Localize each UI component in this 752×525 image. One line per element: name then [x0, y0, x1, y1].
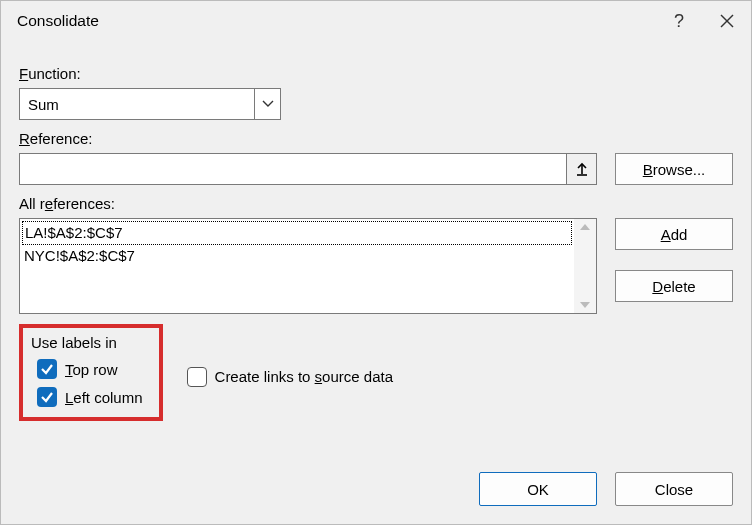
- function-select-value: Sum: [20, 96, 254, 113]
- close-button[interactable]: Close: [615, 472, 733, 506]
- consolidate-dialog: Consolidate ? Function: Sum Reference: B…: [0, 0, 752, 525]
- browse-button[interactable]: Browse...: [615, 153, 733, 185]
- reference-input[interactable]: [19, 153, 567, 185]
- help-button[interactable]: ?: [655, 11, 703, 32]
- close-icon[interactable]: [703, 14, 751, 28]
- list-item[interactable]: LA!$A$2:$C$7: [22, 221, 572, 245]
- dialog-footer: OK Close: [1, 460, 751, 524]
- left-column-checkbox[interactable]: [37, 387, 57, 407]
- svg-marker-4: [580, 224, 590, 230]
- add-button[interactable]: Add: [615, 218, 733, 250]
- reference-label: Reference:: [19, 130, 733, 147]
- use-labels-group: Use labels in Top row Left column: [19, 324, 163, 421]
- dialog-title: Consolidate: [17, 12, 655, 30]
- left-column-label: Left column: [65, 389, 143, 406]
- all-references-label: All references:: [19, 195, 733, 212]
- titlebar: Consolidate ?: [1, 1, 751, 41]
- scroll-up-icon[interactable]: [579, 223, 591, 231]
- top-row-checkbox[interactable]: [37, 359, 57, 379]
- delete-button[interactable]: Delete: [615, 270, 733, 302]
- ok-button[interactable]: OK: [479, 472, 597, 506]
- scrollbar[interactable]: [574, 219, 596, 313]
- create-links-label: Create links to source data: [215, 368, 393, 385]
- list-item[interactable]: NYC!$A$2:$C$7: [22, 245, 572, 267]
- scroll-down-icon[interactable]: [579, 301, 591, 309]
- top-row-label: Top row: [65, 361, 118, 378]
- use-labels-title: Use labels in: [31, 334, 143, 351]
- function-select[interactable]: Sum: [19, 88, 281, 120]
- references-listbox[interactable]: LA!$A$2:$C$7 NYC!$A$2:$C$7: [19, 218, 597, 314]
- svg-marker-5: [580, 302, 590, 308]
- create-links-checkbox[interactable]: [187, 367, 207, 387]
- function-label: Function:: [19, 65, 733, 82]
- chevron-down-icon[interactable]: [254, 89, 280, 119]
- collapse-dialog-icon[interactable]: [567, 153, 597, 185]
